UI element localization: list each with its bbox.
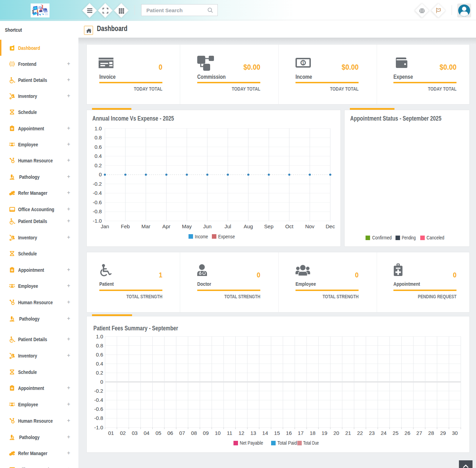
svg-text:0.2: 0.2: [96, 370, 103, 376]
svg-text:05: 05: [155, 430, 161, 436]
svg-text:02: 02: [120, 430, 126, 436]
svg-text:29: 29: [440, 430, 446, 436]
svg-text:23: 23: [369, 430, 375, 436]
svg-text:17: 17: [298, 430, 304, 436]
svg-text:04: 04: [144, 430, 149, 436]
svg-text:Pending: Pending: [402, 235, 416, 240]
svg-text:27: 27: [416, 430, 422, 436]
svg-text:Oct: Oct: [285, 223, 294, 229]
svg-text:Apr: Apr: [162, 223, 170, 229]
svg-text:Feb: Feb: [121, 223, 130, 229]
svg-text:0.8: 0.8: [94, 135, 102, 140]
svg-text:09: 09: [203, 430, 209, 436]
svg-text:Total Paid: Total Paid: [277, 440, 297, 446]
svg-text:Dec: Dec: [325, 223, 335, 229]
svg-text:16: 16: [286, 430, 292, 436]
svg-text:13: 13: [250, 430, 256, 436]
svg-text:14: 14: [262, 430, 268, 436]
svg-text:19: 19: [322, 430, 328, 436]
svg-text:Jul: Jul: [224, 223, 231, 229]
svg-text:12: 12: [238, 430, 244, 436]
svg-text:-0.8: -0.8: [93, 208, 102, 214]
svg-text:Net Payable: Net Payable: [240, 440, 263, 446]
svg-text:Jan: Jan: [101, 223, 109, 229]
svg-text:-0.8: -0.8: [94, 415, 103, 421]
svg-text:-0.4: -0.4: [94, 397, 103, 403]
svg-text:Aug: Aug: [244, 223, 253, 229]
svg-text:03: 03: [132, 430, 138, 436]
svg-text:28: 28: [428, 430, 434, 436]
svg-text:21: 21: [345, 430, 351, 436]
svg-text:22: 22: [357, 430, 363, 436]
svg-text:07: 07: [179, 430, 185, 436]
svg-text:-1.0: -1.0: [93, 218, 102, 224]
svg-text:0.6: 0.6: [96, 352, 103, 358]
svg-text:0.6: 0.6: [94, 144, 102, 150]
svg-text:01: 01: [108, 430, 114, 436]
svg-text:11: 11: [227, 430, 232, 436]
svg-text:20: 20: [333, 430, 339, 436]
svg-text:08: 08: [191, 430, 197, 436]
svg-text:Expense: Expense: [218, 233, 235, 239]
svg-text:Income: Income: [195, 233, 208, 239]
svg-text:0.4: 0.4: [94, 153, 102, 159]
svg-text:0.8: 0.8: [96, 343, 103, 348]
svg-text:0: 0: [99, 171, 102, 177]
svg-text:06: 06: [167, 430, 173, 436]
svg-text:10: 10: [215, 430, 221, 436]
svg-text:-0.6: -0.6: [93, 199, 102, 205]
svg-text:May: May: [182, 223, 192, 229]
svg-text:-1.0: -1.0: [94, 424, 103, 430]
svg-text:1.0: 1.0: [94, 125, 102, 131]
svg-text:Jun: Jun: [203, 223, 212, 229]
svg-text:0: 0: [100, 379, 103, 385]
svg-text:-0.6: -0.6: [94, 406, 103, 412]
svg-text:-0.2: -0.2: [93, 181, 102, 187]
svg-text:Sep: Sep: [264, 223, 274, 229]
svg-text:15: 15: [274, 430, 280, 436]
svg-text:25: 25: [393, 430, 399, 436]
svg-text:Mar: Mar: [141, 223, 151, 229]
svg-text:0.4: 0.4: [96, 361, 103, 367]
svg-text:0.2: 0.2: [94, 162, 102, 168]
svg-text:30: 30: [452, 430, 458, 436]
svg-text:26: 26: [405, 430, 410, 436]
svg-text:Total Due: Total Due: [303, 440, 319, 446]
svg-text:18: 18: [310, 430, 316, 436]
svg-text:-0.2: -0.2: [94, 388, 103, 394]
svg-text:Canceled: Canceled: [427, 235, 444, 240]
svg-text:-0.4: -0.4: [93, 190, 102, 196]
svg-text:Nov: Nov: [305, 223, 315, 229]
svg-text:24: 24: [381, 430, 387, 436]
svg-text:Confirmed: Confirmed: [372, 235, 392, 240]
svg-text:1.0: 1.0: [96, 333, 103, 339]
